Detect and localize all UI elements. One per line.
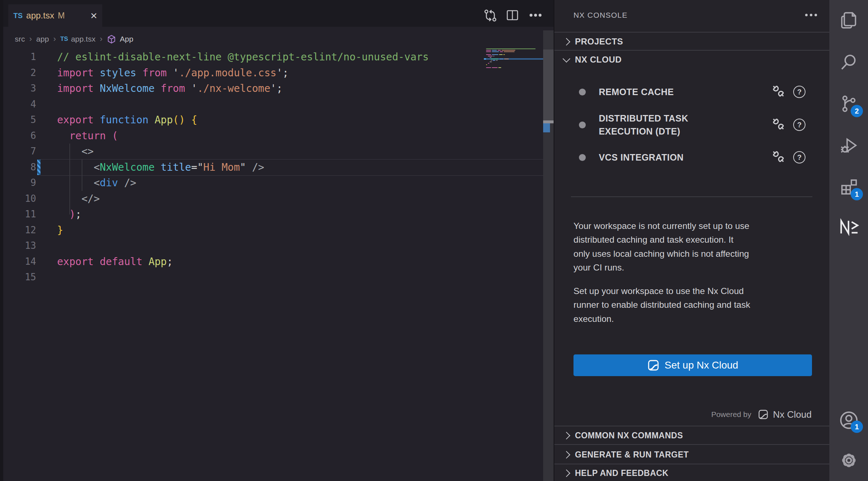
tab-filename: app.tsx <box>26 10 54 21</box>
breadcrumb-file[interactable]: app.tsx <box>71 35 95 43</box>
chevron-right-icon <box>563 38 570 45</box>
gutter: 123456789101112131415 <box>7 49 36 285</box>
help-icon[interactable]: ? <box>793 151 805 163</box>
code-line[interactable]: </> <box>57 191 429 207</box>
feature-label: DISTRIBUTED TASK EXECUTION (DTE) <box>599 112 688 138</box>
explorer-icon[interactable] <box>839 11 858 31</box>
line-number: 8 <box>7 159 36 175</box>
section-common-nx-commands[interactable]: COMMON NX COMMANDS <box>554 426 830 445</box>
account-badge: 1 <box>851 421 863 433</box>
setup-button-label: Set up Nx Cloud <box>665 359 738 371</box>
feature-dte: DISTRIBUTED TASK EXECUTION (DTE) ? <box>573 108 805 141</box>
activity-bar: 2 1 <box>829 0 868 481</box>
minimap[interactable] <box>486 48 543 70</box>
chevron-right-icon <box>563 451 570 458</box>
chevron-down-icon <box>563 55 570 62</box>
nx-console-icon[interactable] <box>838 218 859 237</box>
status-dot-icon <box>579 154 586 161</box>
tab-app-tsx[interactable]: TS app.tsx M × <box>8 4 102 27</box>
code-line[interactable]: <> <box>57 144 429 159</box>
modified-line-gutter-marker <box>37 159 40 175</box>
line-number: 13 <box>7 238 36 254</box>
code-line[interactable]: // eslint-disable-next-line @typescript-… <box>57 49 429 65</box>
nx-cloud-logo-icon <box>758 409 769 420</box>
split-editor-icon[interactable] <box>505 8 520 22</box>
line-number: 12 <box>7 222 36 238</box>
modified-badge: M <box>58 11 65 21</box>
vscode-window: TS app.tsx M × src › <box>0 0 868 481</box>
code-line[interactable]: import NxWelcome from './nx-welcome'; <box>57 81 429 97</box>
code-line[interactable]: ); <box>57 207 429 222</box>
minimap-row <box>486 68 543 70</box>
section-label: COMMON NX COMMANDS <box>575 431 683 440</box>
breadcrumb-app[interactable]: app <box>36 35 49 43</box>
breadcrumb-separator: › <box>100 34 102 44</box>
line-number: 4 <box>7 97 36 112</box>
section-label: GENERATE & RUN TARGET <box>575 450 689 460</box>
more-actions-icon[interactable] <box>528 8 543 22</box>
breadcrumb: src › app › TS app.tsx › App <box>0 30 554 48</box>
code-line[interactable]: export default App; <box>57 254 429 270</box>
line-number: 5 <box>7 112 36 128</box>
extensions-badge: 1 <box>851 188 863 200</box>
setup-nx-cloud-button[interactable]: Set up Nx Cloud <box>573 354 812 376</box>
line-number: 1 <box>7 49 36 65</box>
typescript-file-icon: TS <box>60 35 68 43</box>
code-line[interactable]: <div /> <box>57 175 429 191</box>
search-icon[interactable] <box>839 53 858 73</box>
help-icon[interactable]: ? <box>793 86 805 98</box>
connect-plug-icon[interactable] <box>770 148 787 166</box>
status-dot-icon <box>579 122 586 128</box>
code-lines[interactable]: // eslint-disable-next-line @typescript-… <box>57 49 429 285</box>
code-line[interactable] <box>57 238 429 254</box>
section-nx-cloud[interactable]: NX CLOUD <box>554 50 830 69</box>
line-number: 2 <box>7 65 36 81</box>
line-number: 10 <box>7 191 36 207</box>
tab-bar: TS app.tsx M × <box>0 0 554 27</box>
line-number: 9 <box>7 175 36 191</box>
code-line[interactable] <box>57 269 429 285</box>
symbol-cube-icon <box>107 34 116 44</box>
feature-label: REMOTE CACHE <box>599 85 674 98</box>
breadcrumb-separator: › <box>53 34 56 44</box>
panel-title: NX CONSOLE <box>573 11 628 20</box>
code-line[interactable]: import styles from './app.module.css'; <box>57 65 429 81</box>
status-dot-icon <box>579 89 586 95</box>
section-label: PROJECTS <box>575 37 623 47</box>
workspace-status-text: Your workspace is not currently set up t… <box>573 219 816 274</box>
setup-instruction-text: Set up your workspace to use the Nx Clou… <box>573 284 816 326</box>
code-line[interactable]: return ( <box>57 128 429 144</box>
code-line[interactable] <box>57 97 429 112</box>
nx-console-panel: NX CONSOLE PROJECTS NX CLOUD REMOTE CACH… <box>554 0 830 481</box>
connect-plug-icon[interactable] <box>770 83 787 101</box>
divider <box>571 196 812 197</box>
section-generate-run-target[interactable]: GENERATE & RUN TARGET <box>554 444 830 464</box>
run-debug-icon[interactable] <box>839 136 858 157</box>
connect-plug-icon[interactable] <box>770 116 787 134</box>
close-tab-icon[interactable]: × <box>90 10 97 21</box>
feature-remote-cache: REMOTE CACHE ? <box>573 82 805 101</box>
chevron-right-icon <box>563 432 570 439</box>
nx-cloud-brand-label: Nx Cloud <box>773 409 812 420</box>
breadcrumb-symbol[interactable]: App <box>120 35 133 43</box>
line-number: 7 <box>7 144 36 159</box>
breadcrumb-src[interactable]: src <box>15 35 25 43</box>
scrollbar-slider[interactable] <box>543 50 554 120</box>
panel-more-actions-icon[interactable] <box>805 14 819 16</box>
help-icon[interactable]: ? <box>793 119 805 131</box>
chevron-right-icon <box>563 469 570 477</box>
settings-gear-icon[interactable] <box>838 450 859 472</box>
minimap-row <box>486 58 543 60</box>
scm-badge: 2 <box>851 105 863 117</box>
section-projects[interactable]: PROJECTS <box>554 32 830 51</box>
open-changes-icon[interactable] <box>483 8 498 23</box>
section-help-and-feedback[interactable]: HELP AND FEEDBACK <box>554 464 830 481</box>
code-line[interactable]: export function App() { <box>57 112 429 128</box>
overview-ruler-cursor-marker <box>543 120 554 123</box>
nx-cloud-logo-icon <box>647 359 659 371</box>
line-number: 11 <box>7 207 36 222</box>
section-label: HELP AND FEEDBACK <box>575 468 669 478</box>
code-line[interactable]: } <box>57 222 429 238</box>
feature-vcs: VCS INTEGRATION ? <box>573 148 805 167</box>
code-line[interactable]: <NxWelcome title="Hi Mom" /> <box>57 159 429 175</box>
